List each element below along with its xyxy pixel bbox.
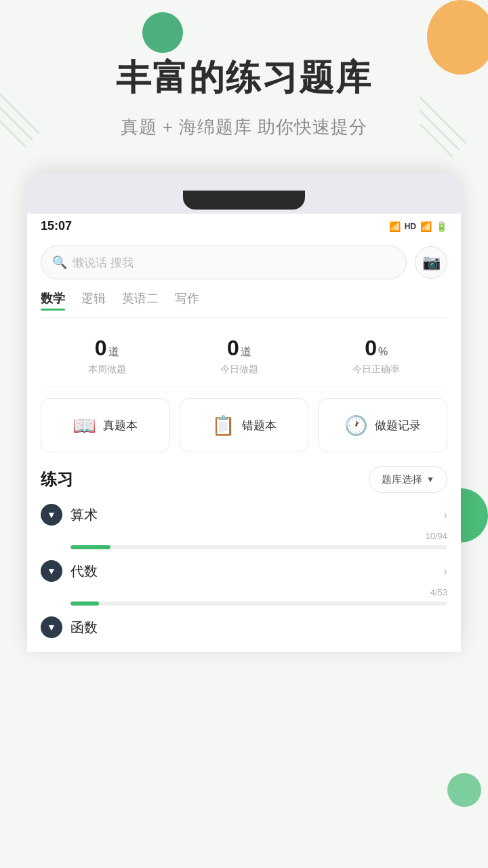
- phone-top-bar: [27, 173, 461, 214]
- history-label: 做题记录: [375, 418, 421, 433]
- search-bar[interactable]: 🔍 懒说话 搜我: [41, 245, 407, 279]
- bg-circle-green-bottom-right: [447, 773, 481, 807]
- app-content: 🔍 懒说话 搜我 📷 数学 逻辑 英语二 写作: [27, 239, 461, 652]
- hero-subtitle: 真题 + 海绵题库 助你快速提分: [27, 115, 461, 139]
- history-button[interactable]: 🕐 做题记录: [318, 398, 447, 452]
- category-algebra-icon: ▼: [41, 560, 62, 582]
- signal-icon: 📶: [420, 221, 432, 232]
- stats-row: 0 道 本周做题 0 道 今日做题 0 % 今日正确率: [41, 325, 447, 381]
- stat-accuracy: 0 % 今日正确率: [352, 336, 400, 376]
- stat-daily: 0 道 今日做题: [220, 336, 258, 376]
- arithmetic-progress-bar-fill: [70, 545, 110, 549]
- category-algebra-header[interactable]: ▼ 代数 ›: [41, 560, 447, 582]
- search-row: 🔍 懒说话 搜我 📷: [41, 245, 447, 279]
- stat-weekly-label: 本周做题: [88, 363, 126, 376]
- hd-icon: HD: [405, 222, 416, 231]
- stat-weekly-number: 0: [95, 336, 107, 361]
- hero-title: 丰富的练习题库: [27, 54, 461, 102]
- stats-divider-bottom: [41, 387, 447, 387]
- tab-writing[interactable]: 写作: [175, 290, 199, 311]
- category-algebra-name: 代数: [70, 562, 98, 580]
- bg-circle-green-top: [142, 12, 183, 53]
- tab-english[interactable]: 英语二: [122, 290, 159, 311]
- category-algebra-arrow: ›: [443, 564, 447, 578]
- status-bar: 15:07 📶 HD 📶 🔋: [27, 214, 461, 239]
- algebra-progress-bar-fill: [70, 601, 99, 606]
- category-algebra-progress: 4/53: [41, 587, 447, 606]
- stat-daily-label: 今日做题: [220, 363, 258, 376]
- wrong-questions-icon: 📋: [211, 414, 235, 437]
- bank-select-label: 题库选择: [382, 473, 422, 486]
- real-exam-icon: 📖: [73, 414, 96, 437]
- tabs-row: 数学 逻辑 英语二 写作: [41, 290, 447, 311]
- category-functions-name: 函数: [70, 618, 98, 637]
- category-arithmetic: ▼ 算术 › 10/94: [41, 504, 447, 549]
- wifi-icon: 📶: [389, 221, 401, 232]
- category-arithmetic-progress: 10/94: [41, 531, 447, 549]
- arithmetic-progress-bar-bg: [70, 545, 447, 549]
- stat-weekly: 0 道 本周做题: [88, 336, 126, 376]
- arithmetic-progress-text: 10/94: [70, 531, 447, 541]
- stat-accuracy-unit: %: [378, 346, 388, 358]
- hero-section: 丰富的练习题库 真题 + 海绵题库 助你快速提分: [0, 0, 488, 153]
- bank-select-button[interactable]: 题库选择 ▼: [369, 466, 447, 493]
- bg-circle-green-mid-right: [460, 488, 488, 542]
- category-functions-icon: ▼: [41, 616, 62, 638]
- wrong-questions-button[interactable]: 📋 错题本: [180, 398, 309, 452]
- camera-icon: 📷: [422, 254, 441, 271]
- history-icon: 🕐: [344, 414, 368, 437]
- real-exam-label: 真题本: [103, 418, 138, 433]
- action-buttons: 📖 真题本 📋 错题本 🕐 做题记录: [41, 398, 447, 452]
- stat-accuracy-number: 0: [365, 336, 377, 361]
- practice-title: 练习: [41, 469, 73, 490]
- search-icon: 🔍: [52, 255, 67, 270]
- category-arithmetic-header[interactable]: ▼ 算术 ›: [41, 504, 447, 526]
- bg-diagonal-lines-left: [0, 41, 68, 176]
- status-time: 15:07: [41, 219, 72, 233]
- wrong-questions-label: 错题本: [242, 418, 277, 433]
- category-arithmetic-icon: ▼: [41, 504, 62, 526]
- tab-math[interactable]: 数学: [41, 290, 65, 311]
- category-functions-partial[interactable]: ▼ 函数: [41, 616, 447, 645]
- algebra-progress-text: 4/53: [70, 587, 447, 597]
- stats-divider-top: [41, 317, 447, 318]
- algebra-progress-bar-bg: [70, 601, 447, 606]
- stat-daily-number: 0: [227, 336, 239, 361]
- phone-notch: [183, 191, 305, 210]
- category-arithmetic-name: 算术: [70, 506, 98, 524]
- chevron-down-icon: ▼: [426, 475, 434, 484]
- bg-diagonal-lines-right: [420, 81, 474, 183]
- battery-icon: 🔋: [436, 221, 447, 232]
- stat-accuracy-label: 今日正确率: [352, 363, 400, 376]
- category-arithmetic-arrow: ›: [443, 508, 447, 522]
- search-placeholder-text: 懒说话 搜我: [73, 255, 134, 271]
- status-icons: 📶 HD 📶 🔋: [389, 221, 447, 232]
- real-exam-button[interactable]: 📖 真题本: [41, 398, 170, 452]
- category-arithmetic-left: ▼ 算术: [41, 504, 98, 526]
- stat-daily-unit: 道: [241, 345, 251, 359]
- camera-button[interactable]: 📷: [415, 246, 447, 279]
- phone-mockup: 15:07 📶 HD 📶 🔋 🔍 懒说话 搜我 📷 数学 逻辑: [27, 173, 461, 652]
- practice-header: 练习 题库选择 ▼: [41, 466, 447, 493]
- category-algebra-left: ▼ 代数: [41, 560, 98, 582]
- category-algebra: ▼ 代数 › 4/53: [41, 560, 447, 606]
- tab-logic[interactable]: 逻辑: [81, 290, 106, 311]
- stat-weekly-unit: 道: [108, 345, 119, 359]
- bg-circle-orange-top: [427, 0, 488, 75]
